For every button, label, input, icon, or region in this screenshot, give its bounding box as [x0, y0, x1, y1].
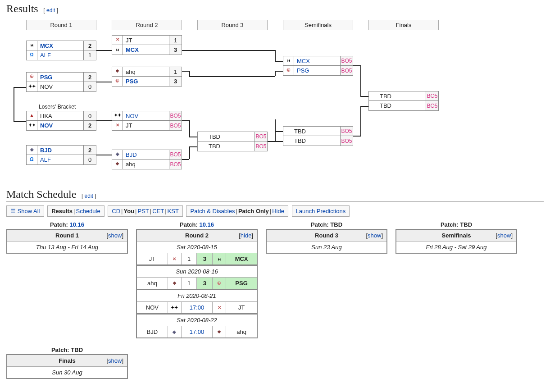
match-time[interactable]: 17:00 — [181, 302, 212, 314]
schedule-block-round1: Patch: 10.16 Round 1[show] Thu 13 Aug - … — [6, 221, 128, 338]
results-edit-link[interactable]: edit — [43, 7, 58, 14]
match-row[interactable]: JT ✕ 1 3 ⲙ MCX — [136, 253, 257, 265]
results-filter[interactable]: Results — [51, 208, 73, 214]
match-row[interactable]: NOV ✦✦ 17:00 ✕ JT — [136, 302, 257, 314]
hide-toggle[interactable]: hide — [241, 232, 252, 239]
block-title: Round 3[show] — [266, 229, 387, 242]
show-all-button[interactable]: ☰ Show All — [6, 205, 44, 217]
schedule-block-finals: Patch: TBD Finals[show] Sun 30 Aug — [6, 346, 128, 379]
show-toggle[interactable]: show — [368, 232, 381, 239]
nov-icon: ✦✦ — [28, 84, 36, 90]
schedule-edit-link[interactable]: edit — [82, 193, 96, 199]
team[interactable]: BJD — [37, 146, 83, 155]
team[interactable]: HKA — [37, 111, 83, 120]
team: TBD — [283, 136, 340, 146]
round1-header: Round 1 — [26, 20, 96, 30]
score: 2 — [83, 121, 96, 130]
sf-match-1: ⲙMCXBO5 ☯PSGBO5 — [283, 56, 353, 76]
patch-link[interactable]: 10.16 — [69, 221, 84, 228]
show-toggle[interactable]: show — [108, 357, 122, 364]
jt-icon: ✕ — [171, 256, 178, 263]
psg-icon: ☯ — [28, 74, 36, 80]
score: 0 — [83, 111, 96, 120]
block-title: Round 2[hide] — [136, 229, 257, 242]
r1-match-1: ⲙMCX2 ΩALF1 — [26, 41, 96, 60]
score: BO5 — [426, 101, 438, 110]
team[interactable]: MCX — [123, 45, 169, 55]
team[interactable]: MCX — [294, 56, 340, 65]
ahq-icon: ❖ — [114, 161, 121, 168]
match-row[interactable]: ahq ❖ 1 3 ☯ PSG — [136, 278, 257, 290]
schedule-grid: Patch: 10.16 Round 1[show] Thu 13 Aug - … — [6, 221, 544, 379]
match-date: Sat 2020-08-22 — [136, 314, 257, 326]
tz-cd[interactable]: CD — [112, 208, 120, 214]
block-dates: Sun 23 Aug — [266, 242, 387, 254]
mcx-icon: ⲙ — [216, 256, 223, 263]
semifinals-header: Semifinals — [283, 20, 353, 30]
score: BO5 — [340, 66, 353, 75]
patch-only[interactable]: Patch Only — [238, 208, 269, 214]
team[interactable]: PSG — [37, 73, 83, 82]
tz-pst[interactable]: PST — [137, 208, 149, 214]
schedule-filter[interactable]: Schedule — [76, 208, 100, 214]
launch-predictions-button[interactable]: Launch Predictions — [292, 205, 350, 217]
match-time[interactable]: 17:00 — [181, 326, 212, 338]
team2: MCX — [226, 253, 257, 265]
score: 0 — [83, 82, 96, 91]
team[interactable]: BJD — [123, 150, 169, 159]
hka-icon: ▲ — [28, 113, 36, 119]
ahq-icon: ❖ — [114, 68, 121, 75]
show-toggle[interactable]: show — [497, 232, 511, 239]
patch-link[interactable]: 10.16 — [199, 221, 214, 228]
team[interactable]: NOV — [37, 82, 83, 91]
team[interactable]: ALF — [37, 50, 83, 60]
r1-match-2: ☯PSG2 ✦✦NOV0 — [26, 72, 96, 92]
patch-tbd: TBD — [460, 221, 472, 228]
timezone-toggle: CD|You|PST|CET|KST — [108, 205, 183, 217]
patch-toggle: Patch & Disables|Patch Only|Hide — [186, 205, 288, 217]
score: 1 — [169, 36, 182, 45]
match-date: Sat 2020-08-15 — [136, 242, 257, 253]
team[interactable]: PSG — [294, 66, 340, 75]
tz-kst[interactable]: KST — [168, 208, 179, 214]
team[interactable]: ahq — [123, 67, 169, 76]
jt-icon: ✕ — [114, 37, 121, 43]
score: BO5 — [340, 127, 353, 136]
team[interactable]: NOV — [123, 111, 169, 120]
team[interactable]: JT — [123, 36, 169, 45]
score: 2 — [83, 146, 96, 155]
hide-filter[interactable]: Hide — [272, 208, 284, 214]
team1: NOV — [136, 302, 168, 314]
patch-disables[interactable]: Patch & Disables — [190, 208, 235, 214]
team: TBD — [198, 132, 255, 141]
filter-bar: ☰ Show All Results|Schedule CD|You|PST|C… — [6, 205, 544, 217]
score: 2 — [83, 73, 96, 82]
round2-header: Round 2 — [112, 20, 182, 30]
mcx-icon: ⲙ — [28, 42, 36, 49]
team[interactable]: NOV — [37, 121, 83, 130]
score2: 3 — [197, 278, 213, 290]
r2-match-2: ❖ahq1 ☯PSG3 — [112, 67, 182, 87]
team1: JT — [136, 253, 168, 265]
team[interactable]: JT — [123, 121, 169, 130]
psg-icon: ☯ — [285, 68, 292, 74]
score: 1 — [83, 50, 96, 60]
team[interactable]: ALF — [37, 155, 83, 164]
score: BO5 — [255, 132, 267, 141]
bjd-icon: ◈ — [28, 147, 36, 153]
team2: JT — [226, 302, 257, 314]
team[interactable]: PSG — [123, 77, 169, 86]
r2-losers-match-1: ✦✦NOVBO5 ✕JTBO5 — [112, 111, 182, 131]
tz-you[interactable]: You — [124, 208, 135, 214]
block-dates: Sun 30 Aug — [7, 367, 127, 379]
show-toggle[interactable]: show — [108, 232, 122, 239]
team[interactable]: ahq — [123, 160, 169, 169]
tz-cet[interactable]: CET — [152, 208, 164, 214]
finals-match: TBDBO5 TBDBO5 — [368, 91, 439, 111]
match-row[interactable]: BJD ◈ 17:00 ❖ ahq — [136, 326, 257, 338]
mcx-icon: ⲙ — [285, 58, 292, 64]
score: BO5 — [426, 91, 438, 100]
ahq-icon: ❖ — [171, 281, 178, 287]
finals-header: Finals — [368, 20, 439, 30]
team[interactable]: MCX — [37, 41, 83, 50]
